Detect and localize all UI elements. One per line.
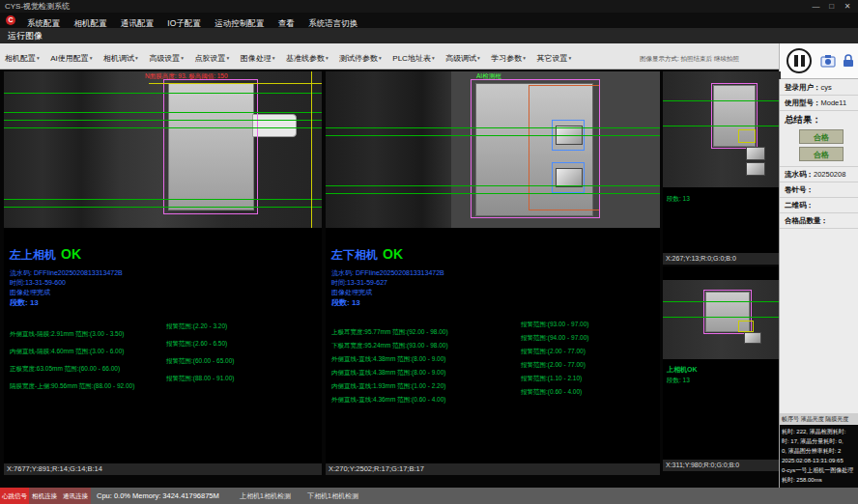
stats-line: 0-cys一号上相机一图像处理 (782, 465, 857, 475)
title-bar: CYS-视觉检测系统 — □ ✕ (0, 0, 858, 13)
maximize-button[interactable]: □ (825, 0, 839, 13)
stats-line: 耗时: 258.00ms (782, 475, 857, 485)
overlay-line (4, 127, 322, 128)
result-box-2: 合格 (799, 147, 844, 161)
info-segment: 段数: 13 (667, 195, 690, 204)
left-camera-view[interactable]: N面膜高度: 93. 极高阈值: 150 左上相机OK 流水码: DFFIine… (4, 71, 322, 475)
info-time: 时间:13-31-59-627 (331, 278, 387, 288)
camera-result-label: 左上相机OK (10, 245, 81, 264)
app-logo-icon: C (6, 15, 15, 25)
cpu-memory-readout: Cpu: 0.0% Memory: 3424.41796875M (97, 488, 219, 504)
result-box-1: 合格 (799, 129, 844, 144)
camera-connect-indicator: 相机连接 (29, 488, 60, 504)
result-ok-line: 上相机OK (667, 365, 698, 375)
model-label: 使用型号： (785, 98, 821, 107)
serial-value: 20250208 (814, 170, 845, 179)
pause-button[interactable] (786, 48, 812, 73)
comm-connect-indicator: 通讯连接 (60, 488, 91, 504)
lock-icon[interactable] (841, 53, 856, 72)
lower-camera-detect-status: 下相机1相机检测 (307, 488, 358, 504)
chevron-down-icon: ▾ (90, 55, 93, 61)
divider (780, 110, 858, 111)
overlay-line-yellow (311, 71, 312, 228)
model-row: 使用型号：Mode11 (785, 98, 846, 108)
measurement-row: 外侧直线-隔膜:2.91mm 范围:(3.00 - 3.50)报警范围:(2.2… (10, 322, 319, 340)
stats-log: 耗时: 222, 液晶检测耗时: 时: 17, 液晶分量耗时: 0, 0, 液晶… (780, 425, 858, 488)
camera-image[interactable] (663, 71, 781, 187)
toolbar-dispense-settings[interactable]: 点胶设置▾ (191, 50, 232, 67)
toolbar-advanced-settings[interactable]: 高级设置▾ (146, 50, 186, 67)
pixel-coords-readout: X:270;Y:2502;R:17;G:17;B:17 (326, 463, 660, 475)
result-ok-badge: OK (61, 246, 81, 262)
overlay-line (663, 100, 781, 101)
small-camera-view-1[interactable]: 段数: 13 X:267;Y:13;R:0;G:0;B:0 (663, 71, 781, 265)
total-result-label: 总结果： (785, 114, 821, 126)
divider (780, 228, 858, 229)
toolbar-other-settings[interactable]: 其它设置▾ (534, 50, 575, 67)
stats-line: 0, 液晶图分辨率耗时: 2 (782, 446, 857, 456)
measurement-row: 正极宽度:63.05mm 范围:(60.00 - 66.00)报警范围:(60.… (10, 357, 319, 375)
small-camera-view-2[interactable]: 上相机OK 段数: 13 X:311;Y:980;R:0;G:0;B:0 (663, 266, 781, 471)
window-title: CYS-视觉检测系统 (5, 0, 70, 13)
overlay-line (663, 301, 781, 302)
toolbar-advanced-debug[interactable]: 高级调试▾ (443, 50, 483, 67)
overlay-line-yellow (149, 83, 322, 84)
toolbar-camera-debug[interactable]: 相机调试▾ (100, 50, 141, 67)
divider (780, 212, 858, 213)
toolbar-baseline-params[interactable]: 基准线参数▾ (283, 50, 331, 67)
ai-detect-box (552, 162, 585, 193)
camera-result-label: 左下相机OK (331, 245, 403, 264)
right-info-panel: 登录用户：cys 使用型号：Mode11 总结果： 合格 合格 流水码：2025… (779, 79, 858, 488)
overlay-line (326, 193, 660, 194)
overlay-line (326, 127, 660, 128)
toolbar-learn-params[interactable]: 学习参数▾ (488, 50, 529, 67)
toolbar-image-process[interactable]: 图像处理▾ (238, 50, 278, 67)
minimize-button[interactable]: — (810, 0, 823, 13)
overlay-line (663, 317, 781, 318)
stats-header: 帧序号 液晶亮度 隔膜亮度 (780, 413, 858, 425)
stats-line: 耗时: 222, 液晶检测耗时: (782, 427, 857, 436)
camera-name: 左下相机 (331, 248, 378, 262)
overlay-rect-yellow (738, 321, 754, 332)
camera-icon[interactable] (820, 53, 836, 72)
divider (780, 95, 858, 96)
metal-tab-region (746, 162, 765, 176)
info-serial: 流水码: DFFIine2025020813313472B (10, 268, 123, 278)
needle-row: 卷针号： (785, 185, 814, 195)
display-mode-text: 图像显示方式: 拍照结束后 继续拍照 (640, 55, 777, 64)
chevron-down-icon: ▾ (477, 55, 480, 61)
toolbar-plc-address[interactable]: PLC地址表▾ (389, 50, 437, 67)
toolbar-camera-config[interactable]: 相机配置▾ (2, 50, 43, 67)
login-user-value: cys (821, 83, 832, 92)
chevron-down-icon: ▾ (379, 55, 382, 61)
tab-run-image[interactable]: 运行图像 (8, 28, 43, 43)
metal-tab-region (744, 332, 761, 344)
camera-image[interactable]: N面膜高度: 93. 极高阈值: 150 (4, 71, 322, 228)
chevron-down-icon: ▾ (37, 55, 40, 61)
divider (780, 197, 858, 198)
camera-image[interactable]: AI检测框 (326, 71, 660, 228)
overlay-line (326, 135, 660, 136)
ai-box-label: AI检测框 (476, 72, 501, 81)
chevron-down-icon: ▾ (272, 55, 275, 61)
chevron-down-icon: ▾ (226, 55, 229, 61)
chevron-down-icon: ▾ (569, 55, 572, 61)
chevron-down-icon: ▾ (135, 55, 138, 61)
overlay-measure-text: N面膜高度: 93. 极高阈值: 150 (145, 72, 228, 81)
toolbar-ai-config[interactable]: AI使用配置▾ (47, 50, 95, 67)
overlay-rect-magenta (163, 79, 258, 214)
right-camera-view[interactable]: AI检测框 左下相机OK 流水码: DFFIine202502081331347… (326, 71, 660, 475)
info-segment: 段数: 13 (10, 297, 39, 308)
toolbar-teststop-params[interactable]: 测试停参数▾ (336, 50, 385, 67)
capture-control-box (779, 43, 858, 79)
info-status: 图像处理完成 (10, 288, 50, 297)
overlay-line (4, 199, 322, 200)
pixel-coords-readout: X:311;Y:980;R:0;G:0;B:0 (663, 460, 781, 471)
overlay-rect-yellow (738, 129, 756, 143)
close-button[interactable]: ✕ (841, 0, 854, 13)
pixel-coords-readout: X:267;Y:13;R:0;G:0;B:0 (663, 253, 781, 265)
count-label: 合格品数量： (785, 216, 828, 225)
camera-image[interactable] (663, 280, 781, 359)
model-value: Mode11 (821, 98, 847, 107)
chevron-down-icon: ▾ (326, 55, 329, 61)
